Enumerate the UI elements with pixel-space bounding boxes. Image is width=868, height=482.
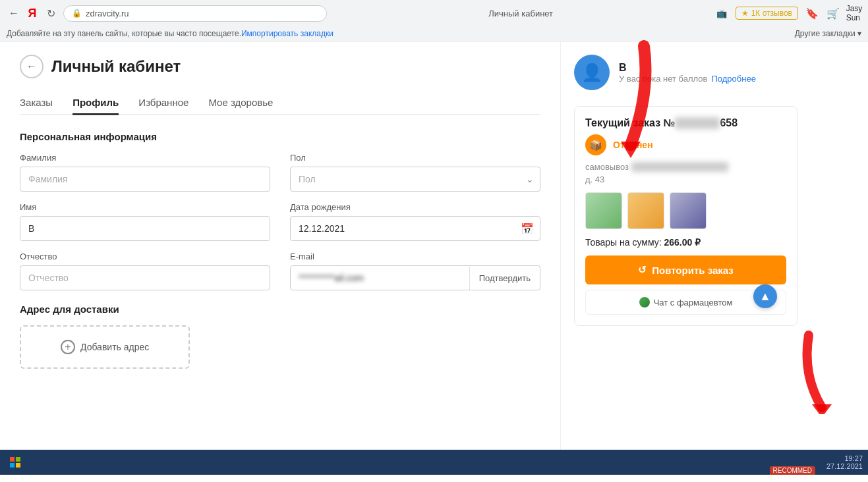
bookmark-icon[interactable]: 🔖	[805, 6, 819, 20]
dob-input-wrapper: 📅	[290, 216, 540, 241]
gender-select[interactable]: Пол Мужской Женский	[290, 167, 540, 192]
taskbar-left	[5, 455, 25, 469]
taskbar: RECOMMED 19:27 27.12.2021	[0, 450, 868, 475]
chat-label: Чат с фармацевтом	[654, 298, 733, 308]
taskbar-right: RECOMMED 19:27 27.12.2021	[826, 454, 863, 470]
tab-favorites[interactable]: Избранное	[138, 92, 188, 115]
back-nav-button[interactable]: ←	[7, 6, 21, 20]
order-house: д. 43	[585, 174, 786, 184]
delivery-section: Адрес для доставки + Добавить адрес	[20, 304, 540, 369]
add-address-label: Добавить адрес	[80, 342, 149, 352]
scroll-up-button[interactable]: ▲	[753, 284, 777, 308]
middle-name-group: Отчество	[20, 252, 270, 290]
last-name-label: Фамилия	[20, 153, 270, 163]
avatar: 👤	[574, 55, 610, 90]
first-name-input[interactable]	[20, 216, 270, 241]
email-group: E-mail Подтвердить	[290, 252, 540, 290]
repeat-order-label: Повторить заказ	[652, 265, 734, 276]
tab-profile[interactable]: Профиль	[72, 92, 119, 115]
user-menu[interactable]: Jasy Sun	[847, 6, 861, 20]
box-icon: 📦	[589, 139, 602, 151]
order-card: Текущий заказ №██████658 📦 Отменен самов…	[574, 106, 797, 326]
browser-nav-icons: ← Я ↻	[7, 6, 58, 20]
svg-rect-2	[10, 457, 14, 462]
refresh-button[interactable]: ↻	[43, 6, 58, 20]
order-products	[585, 192, 786, 229]
order-status-row: 📦 Отменен	[585, 134, 786, 155]
user-card: 👤 В У вас пока нет баллов Подробнее	[574, 55, 797, 90]
points-link[interactable]: Подробнее	[711, 74, 755, 84]
recomm-badge: RECOMMED	[770, 466, 815, 475]
review-badge[interactable]: ★ 1К отзывов	[736, 7, 798, 20]
form-grid-row2: Имя Дата рождения 📅	[20, 202, 540, 241]
user-points: У вас пока нет баллов Подробнее	[619, 74, 797, 84]
order-address-blurred: ████████████████	[631, 162, 728, 172]
repeat-icon: ↺	[638, 264, 647, 276]
cast-icon[interactable]: 📺	[714, 6, 729, 20]
other-bookmarks-btn[interactable]: Другие закладки ▾	[795, 29, 861, 38]
email-input[interactable]	[291, 266, 469, 290]
repeat-order-button[interactable]: ↺ Повторить заказ	[585, 255, 786, 284]
bookmarks-text: Добавляйте на эту панель сайты, которые …	[7, 29, 241, 38]
svg-rect-5	[16, 463, 20, 468]
sidebar-right: 👤 В У вас пока нет баллов Подробнее Теку…	[560, 41, 811, 450]
back-button[interactable]: ←	[20, 55, 43, 78]
points-text: У вас пока нет баллов	[619, 74, 707, 84]
email-label: E-mail	[290, 252, 540, 261]
user-info: В У вас пока нет баллов Подробнее	[619, 62, 797, 84]
dob-input[interactable]	[290, 216, 540, 241]
taskbar-time: 19:27 27.12.2021	[826, 454, 863, 470]
product-thumb-2	[627, 192, 664, 229]
last-name-group: Фамилия	[20, 153, 270, 192]
middle-name-label: Отчество	[20, 252, 270, 261]
tab-bar: Заказы Профиль Избранное Мое здоровье	[20, 92, 540, 115]
gender-group: Пол Пол Мужской Женский ⌄	[290, 153, 540, 192]
section-title-delivery: Адрес для доставки	[20, 304, 540, 315]
browser-right-icons: 📺 ★ 1К отзывов 🔖 🛒 Jasy Sun	[714, 6, 861, 20]
order-total-value: 266.00 ₽	[664, 237, 701, 248]
order-title: Текущий заказ №██████658	[585, 117, 786, 129]
browser-titlebar: ← Я ↻ 🔒 zdravcity.ru Личный кабинет 📺 ★ …	[0, 0, 868, 26]
avatar-icon: 👤	[581, 63, 602, 83]
browser-chrome: ← Я ↻ 🔒 zdravcity.ru Личный кабинет 📺 ★ …	[0, 0, 868, 41]
gender-select-wrapper: Пол Мужской Женский ⌄	[290, 167, 540, 192]
dob-label: Дата рождения	[290, 202, 540, 212]
dob-group: Дата рождения 📅	[290, 202, 540, 241]
confirm-email-button[interactable]: Подтвердить	[469, 267, 540, 290]
back-icon: ←	[26, 61, 37, 72]
bookmarks-bar: Добавляйте на эту панель сайты, которые …	[0, 26, 868, 41]
tab-health[interactable]: Мое здоровье	[208, 92, 273, 115]
main-content: ← Личный кабинет Заказы Профиль Избранно…	[0, 41, 560, 450]
last-name-input[interactable]	[20, 167, 270, 192]
gender-label: Пол	[290, 153, 540, 163]
user-name: В	[619, 62, 797, 74]
page-wrapper: ← Личный кабинет Заказы Профиль Избранно…	[0, 41, 868, 450]
cart-icon[interactable]: 🛒	[826, 6, 840, 20]
yandex-logo[interactable]: Я	[25, 6, 40, 20]
email-field-wrapper: Подтвердить	[290, 265, 540, 290]
first-name-label: Имя	[20, 202, 270, 212]
lock-icon: 🔒	[72, 9, 82, 18]
middle-name-input[interactable]	[20, 265, 270, 290]
windows-icon	[10, 457, 20, 468]
browser-page-title: Личный кабинет	[332, 9, 709, 18]
plus-icon: +	[61, 340, 75, 354]
page-title: Личный кабинет	[51, 57, 181, 76]
start-button[interactable]	[5, 455, 25, 469]
browser-addressbar[interactable]: 🔒 zdravcity.ru	[63, 5, 327, 22]
order-total: Товары на сумму: 266.00 ₽	[585, 237, 786, 248]
add-address-button[interactable]: + Добавить адрес	[20, 325, 190, 369]
order-number-blurred: ██████	[675, 117, 720, 129]
first-name-group: Имя	[20, 202, 270, 241]
svg-rect-3	[16, 457, 20, 462]
chat-icon	[639, 297, 650, 308]
tab-orders[interactable]: Заказы	[20, 92, 53, 115]
order-status-icon: 📦	[585, 134, 606, 155]
section-title-personal: Персональная информация	[20, 131, 540, 142]
form-grid-row1: Фамилия Пол Пол Мужской Женский ⌄	[20, 153, 540, 192]
product-thumb-1	[585, 192, 622, 229]
form-grid-row3: Отчество E-mail Подтвердить	[20, 252, 540, 290]
personal-info-section: Персональная информация Фамилия Пол Пол …	[20, 131, 540, 290]
svg-rect-4	[10, 463, 14, 468]
import-bookmarks-link[interactable]: Импортировать закладки	[241, 29, 333, 38]
